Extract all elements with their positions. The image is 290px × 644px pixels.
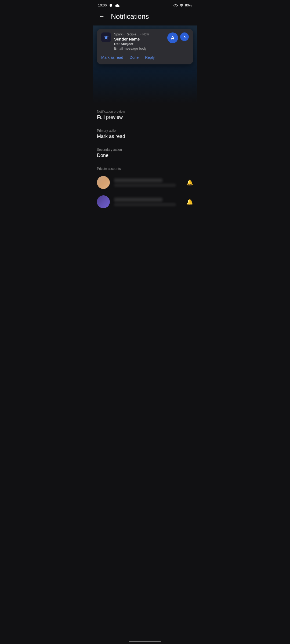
notif-subject: Re: Subject <box>114 42 164 46</box>
settings-content: Notification preview Full preview Primar… <box>93 105 197 163</box>
bell-icon-1[interactable]: 🔔 <box>186 179 193 186</box>
bell-icon-2[interactable]: 🔔 <box>186 199 193 205</box>
notif-header: Spark • Recipie… • Now Sender Name Re: S… <box>101 32 189 50</box>
account-avatar-2 <box>97 195 110 208</box>
secondary-action-item[interactable]: Secondary action Done <box>97 144 193 163</box>
signal-icon <box>180 3 183 7</box>
recipient: Recipie… <box>125 32 139 36</box>
avatar-letter: A <box>171 35 175 41</box>
notif-actions: Mark as read Done Reply <box>101 54 189 61</box>
account-info-1 <box>114 178 182 187</box>
account-info-2 <box>114 198 182 206</box>
account-name-blur-1 <box>114 178 162 182</box>
notif-header-right: A ∧ <box>167 32 189 43</box>
app-icon <box>101 32 111 42</box>
notif-app-line: Spark • Recipie… • Now <box>114 32 164 36</box>
private-accounts-header: Private accounts <box>93 163 197 173</box>
sender-name: Sender Name <box>114 37 164 41</box>
spark-icon <box>103 34 109 40</box>
primary-action-item[interactable]: Primary action Mark as read <box>97 125 193 144</box>
battery-percent: 80% <box>185 3 192 7</box>
status-bar: 10:06 80% <box>93 0 197 9</box>
app-name: Spark <box>114 32 122 36</box>
status-right: 80% <box>173 3 192 7</box>
back-arrow-icon: ← <box>99 13 105 20</box>
notification-card: Spark • Recipie… • Now Sender Name Re: S… <box>97 29 193 64</box>
account-avatar-1 <box>97 176 110 189</box>
account-name-blur-2 <box>114 198 162 202</box>
reply-button[interactable]: Reply <box>145 54 155 61</box>
page-title: Notifications <box>111 12 149 21</box>
notification-preview-value: Full preview <box>97 115 193 120</box>
notification-icon <box>109 3 113 7</box>
account-item-2[interactable]: 🔔 <box>93 192 197 211</box>
primary-action-value: Mark as read <box>97 134 193 139</box>
status-left: 10:06 <box>98 3 120 7</box>
secondary-action-label: Secondary action <box>97 148 193 152</box>
top-nav: ← Notifications <box>93 9 197 25</box>
back-button[interactable]: ← <box>97 12 107 21</box>
cloud-icon <box>115 3 120 7</box>
notif-avatar: A <box>167 32 178 43</box>
expand-button[interactable]: ∧ <box>180 32 189 41</box>
timestamp: Now <box>142 32 149 36</box>
notification-preview-item[interactable]: Notification preview Full preview <box>97 105 193 125</box>
notif-body: Email message body <box>114 46 164 50</box>
notif-meta: Spark • Recipie… • Now Sender Name Re: S… <box>114 32 164 50</box>
wifi-icon <box>173 3 178 7</box>
status-time: 10:06 <box>98 3 107 7</box>
account-email-blur-2 <box>114 203 176 206</box>
hero-area: Spark • Recipie… • Now Sender Name Re: S… <box>93 25 197 103</box>
notification-preview-label: Notification preview <box>97 110 193 114</box>
primary-action-label: Primary action <box>97 129 193 133</box>
chevron-up-icon: ∧ <box>183 35 186 39</box>
mark-as-read-button[interactable]: Mark as read <box>101 54 123 61</box>
done-button[interactable]: Done <box>130 54 139 61</box>
secondary-action-value: Done <box>97 153 193 158</box>
account-item-1[interactable]: 🔔 <box>93 173 197 192</box>
account-email-blur-1 <box>114 184 176 187</box>
